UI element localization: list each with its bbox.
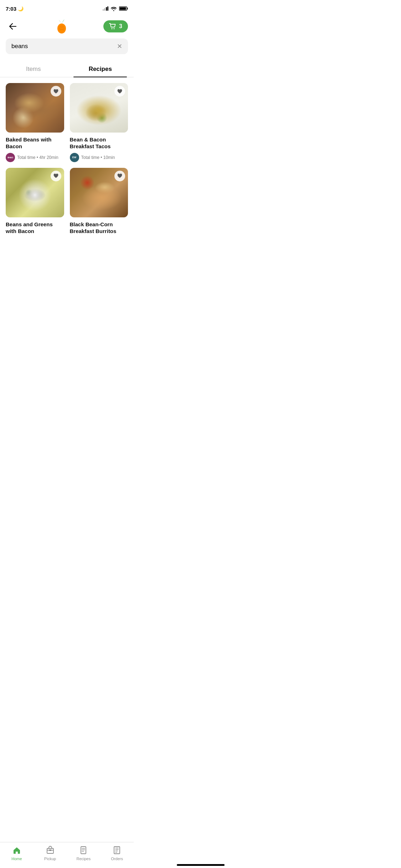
recipe-title-black-bean-burritos: Black Bean-Corn Breakfast Burritos bbox=[70, 221, 128, 235]
header: 3 bbox=[0, 16, 134, 38]
source-badge-bhg: BH&G bbox=[6, 153, 15, 162]
recipe-meta-bean-tacos: EW Total time • 10min bbox=[70, 153, 128, 162]
recipe-title-bean-tacos: Bean & Bacon Breakfast Tacos bbox=[70, 136, 128, 150]
cart-count: 3 bbox=[119, 23, 122, 30]
tabs: Items Recipes bbox=[0, 61, 134, 77]
recipe-image-black-bean-burritos bbox=[70, 168, 128, 217]
signal-icon bbox=[103, 6, 109, 11]
recipe-title-baked-beans: Baked Beans with Bacon bbox=[6, 136, 64, 150]
search-query: beans bbox=[11, 43, 28, 50]
app-logo bbox=[55, 19, 68, 34]
status-time: 7:03 bbox=[6, 6, 16, 12]
battery-icon bbox=[119, 6, 128, 11]
recipe-time-baked-beans: Total time • 4hr 20min bbox=[17, 155, 58, 160]
recipe-image-baked-beans bbox=[6, 83, 64, 133]
svg-rect-2 bbox=[120, 7, 126, 10]
recipe-card-beans-greens[interactable]: Beans and Greens with Bacon bbox=[6, 168, 64, 238]
svg-rect-1 bbox=[127, 8, 128, 10]
recipe-card-baked-beans-bacon[interactable]: Baked Beans with Bacon BH&G Total time •… bbox=[6, 83, 64, 162]
recipe-time-bean-tacos: Total time • 10min bbox=[81, 155, 115, 160]
status-icons bbox=[103, 6, 128, 11]
recipe-card-black-bean-burritos[interactable]: Black Bean-Corn Breakfast Burritos bbox=[70, 168, 128, 238]
tab-items[interactable]: Items bbox=[0, 61, 67, 77]
status-bar: 7:03 🌙 bbox=[0, 0, 134, 16]
main-content: Baked Beans with Bacon BH&G Total time •… bbox=[0, 83, 134, 275]
favorite-button-beans-greens[interactable] bbox=[51, 171, 61, 181]
favorite-button-bean-tacos[interactable] bbox=[114, 86, 125, 97]
favorite-button-baked-beans[interactable] bbox=[51, 86, 61, 97]
cart-button[interactable]: 3 bbox=[103, 20, 128, 32]
recipe-image-beans-greens bbox=[6, 168, 64, 217]
recipe-card-bean-bacon-tacos[interactable]: Bean & Bacon Breakfast Tacos EW Total ti… bbox=[70, 83, 128, 162]
recipe-title-beans-greens: Beans and Greens with Bacon bbox=[6, 221, 64, 235]
wifi-icon bbox=[110, 6, 117, 11]
source-badge-ew: EW bbox=[70, 153, 79, 162]
recipe-meta-baked-beans: BH&G Total time • 4hr 20min bbox=[6, 153, 64, 162]
tab-recipes[interactable]: Recipes bbox=[67, 61, 134, 77]
clear-search-button[interactable]: ✕ bbox=[117, 43, 122, 50]
svg-point-4 bbox=[112, 28, 113, 29]
favorite-button-black-bean-burritos[interactable] bbox=[114, 171, 125, 181]
svg-point-5 bbox=[114, 28, 115, 29]
moon-icon: 🌙 bbox=[18, 6, 24, 11]
recipe-image-bean-tacos bbox=[70, 83, 128, 133]
search-bar[interactable]: beans ✕ bbox=[6, 38, 128, 54]
back-button[interactable] bbox=[6, 19, 20, 33]
recipe-grid: Baked Beans with Bacon BH&G Total time •… bbox=[0, 83, 134, 243]
